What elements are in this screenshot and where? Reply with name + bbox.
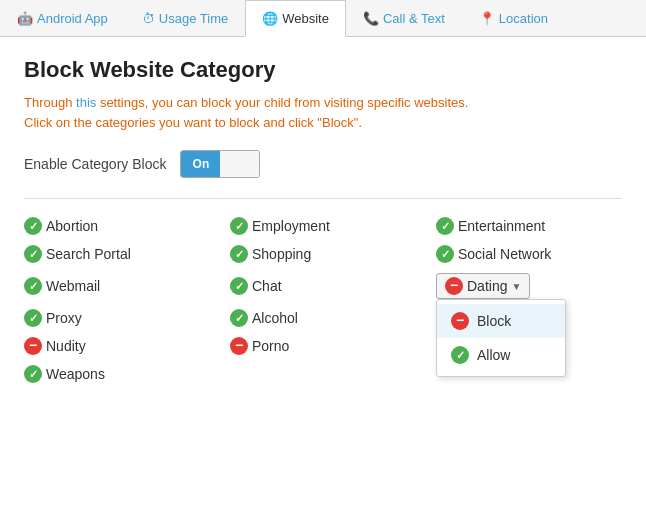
check-icon-search-portal: ✓ xyxy=(24,245,42,263)
category-entertainment[interactable]: ✓ Entertainment xyxy=(436,217,622,235)
divider xyxy=(24,198,622,199)
tab-location[interactable]: 📍 Location xyxy=(462,0,565,36)
check-icon-option: ✓ xyxy=(451,346,469,364)
tab-usage-time[interactable]: ⏱ Usage Time xyxy=(125,0,245,36)
pin-icon: 📍 xyxy=(479,11,495,26)
allow-label: Allow xyxy=(477,347,510,363)
category-label-proxy: Proxy xyxy=(46,310,82,326)
dropdown-block-option[interactable]: − Block xyxy=(437,304,565,338)
toggle-on[interactable]: On xyxy=(181,151,220,177)
category-alcohol[interactable]: ✓ Alcohol xyxy=(230,309,416,327)
check-icon-employment: ✓ xyxy=(230,217,248,235)
check-icon-chat: ✓ xyxy=(230,277,248,295)
block-icon-nudity: − xyxy=(24,337,42,355)
category-porno[interactable]: − Porno xyxy=(230,337,416,355)
check-icon-proxy: ✓ xyxy=(24,309,42,327)
block-icon-dating: − xyxy=(445,277,463,295)
check-icon-social-network: ✓ xyxy=(436,245,454,263)
category-label-shopping: Shopping xyxy=(252,246,311,262)
category-nudity[interactable]: − Nudity xyxy=(24,337,210,355)
enable-label: Enable Category Block xyxy=(24,156,166,172)
category-label-porno: Porno xyxy=(252,338,289,354)
category-block-toggle[interactable]: On xyxy=(180,150,260,178)
tab-android-app[interactable]: 🤖 Android App xyxy=(0,0,125,36)
category-abortion[interactable]: ✓ Abortion xyxy=(24,217,210,235)
category-social-network[interactable]: ✓ Social Network xyxy=(436,245,622,263)
category-label-nudity: Nudity xyxy=(46,338,86,354)
main-content: Block Website Category Through this sett… xyxy=(0,37,646,403)
dating-label: Dating xyxy=(467,278,507,294)
description-line1: Through this settings, you can block you… xyxy=(24,95,468,110)
block-label: Block xyxy=(477,313,511,329)
category-proxy[interactable]: ✓ Proxy xyxy=(24,309,210,327)
category-label-employment: Employment xyxy=(252,218,330,234)
check-icon-abortion: ✓ xyxy=(24,217,42,235)
category-search-portal[interactable]: ✓ Search Portal xyxy=(24,245,210,263)
category-dating[interactable]: − Dating ▼ − Block ✓ Allow xyxy=(436,273,622,299)
check-icon-shopping: ✓ xyxy=(230,245,248,263)
chevron-down-icon: ▼ xyxy=(511,281,521,292)
category-webmail[interactable]: ✓ Webmail xyxy=(24,273,210,299)
block-icon-option: − xyxy=(451,312,469,330)
clock-icon: ⏱ xyxy=(142,11,155,26)
phone-icon: 📞 xyxy=(363,11,379,26)
check-icon-entertainment: ✓ xyxy=(436,217,454,235)
tab-call-text[interactable]: 📞 Call & Text xyxy=(346,0,462,36)
categories-grid: ✓ Abortion ✓ Employment ✓ Entertainment … xyxy=(24,217,622,383)
category-label-chat: Chat xyxy=(252,278,282,294)
category-label-webmail: Webmail xyxy=(46,278,100,294)
this-link[interactable]: this xyxy=(76,95,96,110)
enable-category-row: Enable Category Block On xyxy=(24,150,622,178)
category-label-entertainment: Entertainment xyxy=(458,218,545,234)
dropdown-allow-option[interactable]: ✓ Allow xyxy=(437,338,565,372)
category-label-alcohol: Alcohol xyxy=(252,310,298,326)
category-label-social-network: Social Network xyxy=(458,246,551,262)
description-line2: Click on the categories you want to bloc… xyxy=(24,115,362,130)
category-label-weapons: Weapons xyxy=(46,366,105,382)
category-employment[interactable]: ✓ Employment xyxy=(230,217,416,235)
android-icon: 🤖 xyxy=(17,11,33,26)
dating-dropdown-menu: − Block ✓ Allow xyxy=(436,299,566,377)
tab-website[interactable]: 🌐 Website xyxy=(245,0,346,37)
category-weapons[interactable]: ✓ Weapons xyxy=(24,365,210,383)
tab-bar: 🤖 Android App ⏱ Usage Time 🌐 Website 📞 C… xyxy=(0,0,646,37)
block-icon-porno: − xyxy=(230,337,248,355)
category-label-abortion: Abortion xyxy=(46,218,98,234)
toggle-off[interactable] xyxy=(220,151,259,177)
page-title: Block Website Category xyxy=(24,57,622,83)
check-icon-weapons: ✓ xyxy=(24,365,42,383)
description: Through this settings, you can block you… xyxy=(24,93,622,132)
category-label-search-portal: Search Portal xyxy=(46,246,131,262)
globe-icon: 🌐 xyxy=(262,11,278,26)
category-shopping[interactable]: ✓ Shopping xyxy=(230,245,416,263)
dating-dropdown-button[interactable]: − Dating ▼ xyxy=(436,273,530,299)
check-icon-alcohol: ✓ xyxy=(230,309,248,327)
check-icon-webmail: ✓ xyxy=(24,277,42,295)
category-chat[interactable]: ✓ Chat xyxy=(230,273,416,299)
